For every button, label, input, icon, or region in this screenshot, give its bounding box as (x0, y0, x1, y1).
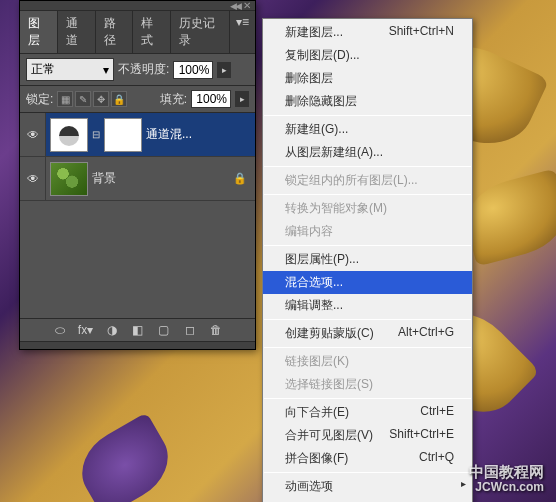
blend-mode-value: 正常 (31, 61, 55, 78)
opacity-input[interactable]: 100% (173, 61, 213, 79)
watermark: 中国教程网 JCWcn.com (469, 464, 544, 494)
close-icon[interactable]: ✕ (243, 0, 251, 11)
menu-item: 链接图层(K) (263, 350, 472, 373)
menu-item[interactable]: 合并可见图层(V)Shift+Ctrl+E (263, 424, 472, 447)
menu-item: 锁定组内的所有图层(L)... (263, 169, 472, 192)
context-menu: 新建图层...Shift+Ctrl+N复制图层(D)...删除图层删除隐藏图层新… (262, 18, 473, 502)
menu-item[interactable]: 动画选项 (263, 475, 472, 498)
menu-item[interactable]: 创建剪贴蒙版(C)Alt+Ctrl+G (263, 322, 472, 345)
menu-item[interactable]: 编辑调整... (263, 294, 472, 317)
menu-item-label: 删除隐藏图层 (285, 93, 357, 110)
panel-tabs: 图层 通道 路径 样式 历史记录 ▾≡ (20, 11, 255, 54)
menu-item[interactable]: 向下合并(E)Ctrl+E (263, 401, 472, 424)
menu-item[interactable]: 图层属性(P)... (263, 248, 472, 271)
adjustment-icon[interactable]: ◧ (129, 323, 147, 337)
menu-item-label: 合并可见图层(V) (285, 427, 373, 444)
fill-label: 填充: (160, 91, 187, 108)
menu-item[interactable]: 从图层新建组(A)... (263, 141, 472, 164)
layer-content[interactable]: ⊟ 通道混... (46, 113, 255, 156)
menu-item[interactable]: 复制图层(D)... (263, 44, 472, 67)
link-layers-icon[interactable]: ⬭ (51, 323, 69, 337)
resize-handle[interactable] (20, 341, 255, 349)
leaf-decor (69, 412, 182, 502)
menu-item-label: 新建组(G)... (285, 121, 348, 138)
layer-row[interactable]: 👁 ⊟ 通道混... (20, 113, 255, 157)
menu-shortcut: Ctrl+E (420, 404, 454, 421)
menu-separator (264, 194, 471, 195)
menu-item-label: 混合选项... (285, 274, 343, 291)
layer-row[interactable]: 👁 背景 🔒 (20, 157, 255, 201)
fill-input[interactable]: 100% (191, 90, 231, 108)
menu-item-label: 转换为智能对象(M) (285, 200, 387, 217)
watermark-cn: 中国教程网 (469, 464, 544, 481)
menu-item: 编辑内容 (263, 220, 472, 243)
trash-icon[interactable]: 🗑 (207, 323, 225, 337)
menu-item-label: 拼合图像(F) (285, 450, 348, 467)
menu-separator (264, 319, 471, 320)
mask-thumb (104, 118, 142, 152)
lock-buttons: ▦ ✎ ✥ 🔒 (57, 91, 127, 107)
menu-item-label: 从图层新建组(A)... (285, 144, 383, 161)
menu-separator (264, 398, 471, 399)
layer-thumb (50, 162, 88, 196)
menu-item[interactable]: 面板选项... (263, 498, 472, 502)
menu-shortcut: Shift+Ctrl+E (389, 427, 454, 444)
menu-item[interactable]: 新建图层...Shift+Ctrl+N (263, 21, 472, 44)
menu-item-label: 动画选项 (285, 478, 333, 495)
menu-item: 转换为智能对象(M) (263, 197, 472, 220)
visibility-icon[interactable]: 👁 (20, 157, 46, 200)
menu-shortcut: Shift+Ctrl+N (389, 24, 454, 41)
opacity-slider-icon[interactable]: ▸ (217, 62, 231, 78)
menu-item-label: 选择链接图层(S) (285, 376, 373, 393)
menu-separator (264, 472, 471, 473)
link-icon: ⊟ (92, 129, 100, 140)
menu-separator (264, 347, 471, 348)
blend-mode-dropdown[interactable]: 正常▾ (26, 58, 114, 81)
menu-item-label: 链接图层(K) (285, 353, 349, 370)
lock-row: 锁定: ▦ ✎ ✥ 🔒 填充: 100% ▸ (20, 85, 255, 113)
adjustment-thumb (50, 118, 88, 152)
menu-item-label: 锁定组内的所有图层(L)... (285, 172, 418, 189)
lock-all-icon[interactable]: 🔒 (111, 91, 127, 107)
fill-slider-icon[interactable]: ▸ (235, 91, 249, 107)
chevron-down-icon: ▾ (103, 63, 109, 77)
layers-panel: ◀◀ ✕ 图层 通道 路径 样式 历史记录 ▾≡ 正常▾ 不透明度: 100% … (19, 0, 256, 350)
layer-list-empty[interactable] (20, 201, 255, 319)
panel-menu-icon[interactable]: ▾≡ (230, 11, 255, 53)
menu-item-label: 复制图层(D)... (285, 47, 360, 64)
tab-history[interactable]: 历史记录 (171, 11, 230, 53)
layer-name: 通道混... (146, 126, 251, 143)
lock-pixels-icon[interactable]: ✎ (75, 91, 91, 107)
menu-item[interactable]: 新建组(G)... (263, 118, 472, 141)
lock-label: 锁定: (26, 91, 53, 108)
lock-transparency-icon[interactable]: ▦ (57, 91, 73, 107)
layer-name: 背景 (92, 170, 229, 187)
mask-icon[interactable]: ◑ (103, 323, 121, 337)
menu-item-label: 编辑调整... (285, 297, 343, 314)
menu-separator (264, 166, 471, 167)
menu-item[interactable]: 删除隐藏图层 (263, 90, 472, 113)
tab-layers[interactable]: 图层 (20, 11, 58, 53)
new-layer-icon[interactable]: ◻ (181, 323, 199, 337)
menu-item-label: 向下合并(E) (285, 404, 349, 421)
fx-icon[interactable]: fx▾ (77, 323, 95, 337)
layer-list: 👁 ⊟ 通道混... 👁 背景 🔒 (20, 113, 255, 201)
menu-item[interactable]: 混合选项... (263, 271, 472, 294)
menu-item[interactable]: 拼合图像(F)Ctrl+Q (263, 447, 472, 470)
group-icon[interactable]: ▢ (155, 323, 173, 337)
tab-channels[interactable]: 通道 (58, 11, 96, 53)
menu-item-label: 图层属性(P)... (285, 251, 359, 268)
lock-position-icon[interactable]: ✥ (93, 91, 109, 107)
menu-separator (264, 245, 471, 246)
menu-item-label: 删除图层 (285, 70, 333, 87)
panel-footer: ⬭ fx▾ ◑ ◧ ▢ ◻ 🗑 (20, 319, 255, 341)
panel-titlebar[interactable]: ◀◀ ✕ (20, 1, 255, 11)
menu-item[interactable]: 删除图层 (263, 67, 472, 90)
layer-content[interactable]: 背景 🔒 (46, 157, 255, 200)
menu-item-label: 创建剪贴蒙版(C) (285, 325, 374, 342)
tab-styles[interactable]: 样式 (133, 11, 171, 53)
opacity-label: 不透明度: (118, 61, 169, 78)
tab-paths[interactable]: 路径 (96, 11, 134, 53)
visibility-icon[interactable]: 👁 (20, 113, 46, 156)
collapse-icon[interactable]: ◀◀ (230, 1, 240, 11)
